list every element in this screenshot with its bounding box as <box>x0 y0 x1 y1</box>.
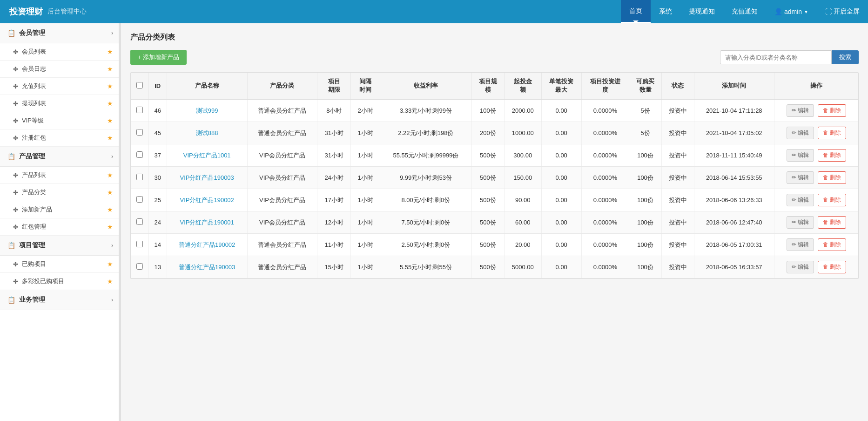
delete-button[interactable]: 🗑 删除 <box>818 238 846 251</box>
edit-button[interactable]: ✏ 编辑 <box>787 216 814 229</box>
sidebar-item-product-list[interactable]: ✤ 产品列表 ★ <box>0 167 121 184</box>
row-period: 12小时 <box>317 211 351 234</box>
table-header-row: ID 产品名称 产品分类 项目期限 间隔时间 收益利率 项目规模 起投金额 单笔… <box>131 73 858 99</box>
add-product-icon: ✤ <box>13 206 18 213</box>
withdraw-list-star-icon: ★ <box>107 100 113 107</box>
search-button[interactable]: 搜索 <box>832 50 859 64</box>
row-period: 8小时 <box>317 99 351 122</box>
search-input[interactable] <box>720 50 832 64</box>
col-scale: 项目规模 <box>471 73 504 99</box>
row-select-checkbox[interactable] <box>136 218 143 225</box>
row-select-checkbox[interactable] <box>136 129 143 136</box>
sidebar-resize-handle[interactable] <box>119 23 121 421</box>
edit-button[interactable]: ✏ 编辑 <box>787 104 814 117</box>
table-row: 14普通分红产品190002普通会员分红产品11小时1小时2.50元/小时;剩0… <box>131 234 858 256</box>
row-add-time: 2018-06-14 15:53:55 <box>694 167 774 189</box>
col-interval: 间隔时间 <box>351 73 380 99</box>
sidebar-section-business[interactable]: 📋 业务管理 › <box>0 290 121 310</box>
delete-button[interactable]: 🗑 删除 <box>818 149 846 162</box>
sidebar-item-purchased-projects[interactable]: ✤ 已购项目 ★ <box>0 256 121 273</box>
edit-button[interactable]: ✏ 编辑 <box>787 194 814 206</box>
row-min-invest: 90.00 <box>504 189 541 211</box>
row-max-invest: 0.00 <box>541 189 581 211</box>
row-min-invest: 150.00 <box>504 167 541 189</box>
member-log-star-icon: ★ <box>107 65 113 73</box>
row-max-invest: 0.00 <box>541 167 581 189</box>
delete-button[interactable]: 🗑 删除 <box>818 127 846 139</box>
row-min-invest: 2000.00 <box>504 99 541 122</box>
edit-button[interactable]: ✏ 编辑 <box>787 171 814 184</box>
row-id: 25 <box>148 189 167 211</box>
row-category: 普通会员分红产品 <box>247 122 317 144</box>
col-name: 产品名称 <box>167 73 247 99</box>
top-navigation: 投资理财 后台管理中心 首页 系统 提现通知 充值通知 👤 admin ▼ ⛶ … <box>0 0 868 23</box>
row-select-checkbox[interactable] <box>136 107 143 113</box>
sidebar-item-withdraw-list[interactable]: ✤ 提现列表 ★ <box>0 95 121 112</box>
delete-button[interactable]: 🗑 删除 <box>818 171 846 184</box>
delete-button[interactable]: 🗑 删除 <box>818 216 846 229</box>
row-name[interactable]: 普通分红产品190003 <box>167 256 247 278</box>
delete-button[interactable]: 🗑 删除 <box>818 194 846 206</box>
table-row: 46测试999普通会员分红产品8小时2小时3.33元/小时;剩99份100份20… <box>131 99 858 122</box>
row-buyable: 100份 <box>629 211 662 234</box>
row-id: 24 <box>148 211 167 234</box>
business-chevron-icon: › <box>111 297 113 303</box>
withdraw-list-icon: ✤ <box>13 100 18 107</box>
row-category: 普通会员分红产品 <box>247 234 317 256</box>
delete-button[interactable]: 🗑 删除 <box>818 104 846 117</box>
project-chevron-icon: › <box>111 242 113 249</box>
nav-home[interactable]: 首页 <box>621 0 651 23</box>
edit-button[interactable]: ✏ 编辑 <box>787 238 814 251</box>
row-actions: ✏ 编辑 🗑 删除 <box>774 189 858 211</box>
row-name[interactable]: VIP分红产品190003 <box>167 167 247 189</box>
row-select-checkbox[interactable] <box>136 174 143 180</box>
sidebar-item-duocai-projects[interactable]: ✤ 多彩投已购项目 ★ <box>0 273 121 290</box>
nav-admin[interactable]: 👤 admin ▼ <box>766 0 817 23</box>
sidebar-section-product[interactable]: 📋 产品管理 › <box>0 147 121 167</box>
sidebar-item-vip-level[interactable]: ✤ VIP等级 ★ <box>0 112 121 129</box>
sidebar-section-member[interactable]: 📋 会员管理 › <box>0 23 121 43</box>
top-nav-items: 首页 系统 提现通知 充值通知 👤 admin ▼ ⛶ 开启全屏 <box>621 0 868 23</box>
search-group: 搜索 <box>720 50 859 64</box>
sidebar-item-member-list[interactable]: ✤ 会员列表 ★ <box>0 43 121 61</box>
row-progress: 0.0000% <box>581 256 629 278</box>
row-add-time: 2018-06-05 16:33:57 <box>694 256 774 278</box>
sidebar-item-add-product[interactable]: ✤ 添加新产品 ★ <box>0 201 121 218</box>
nav-withdrawal-notify[interactable]: 提现通知 <box>680 0 723 23</box>
table-row: 30VIP分红产品190003VIP会员分红产品24小时1小时9.99元/小时;… <box>131 167 858 189</box>
row-select-checkbox[interactable] <box>136 151 143 158</box>
row-name[interactable]: 测试999 <box>167 99 247 122</box>
edit-button[interactable]: ✏ 编辑 <box>787 149 814 162</box>
row-select-checkbox[interactable] <box>136 196 143 203</box>
delete-button[interactable]: 🗑 删除 <box>818 261 846 273</box>
row-name[interactable]: 普通分红产品190002 <box>167 234 247 256</box>
row-category: VIP会员分红产品 <box>247 211 317 234</box>
sidebar-item-hongbao-mgmt[interactable]: ✤ 红包管理 ★ <box>0 218 121 236</box>
product-chevron-icon: › <box>111 153 113 160</box>
sidebar-section-project[interactable]: 📋 项目管理 › <box>0 236 121 256</box>
row-max-invest: 0.00 <box>541 99 581 122</box>
row-name[interactable]: 测试888 <box>167 122 247 144</box>
edit-button[interactable]: ✏ 编辑 <box>787 261 814 273</box>
sidebar-item-member-log[interactable]: ✤ 会员日志 ★ <box>0 61 121 78</box>
member-list-star-icon: ★ <box>107 48 113 55</box>
member-section-icon: 📋 <box>7 29 15 37</box>
select-all-checkbox[interactable] <box>136 82 143 88</box>
nav-recharge-notify[interactable]: 充值通知 <box>723 0 766 23</box>
nav-fullscreen[interactable]: ⛶ 开启全屏 <box>817 0 868 23</box>
row-name[interactable]: VIP分红产品1001 <box>167 144 247 167</box>
row-status: 投资中 <box>661 99 694 122</box>
row-checkbox <box>131 144 148 167</box>
row-name[interactable]: VIP分红产品190001 <box>167 211 247 234</box>
sidebar-item-recharge-list[interactable]: ✤ 充值列表 ★ <box>0 78 121 95</box>
row-name[interactable]: VIP分红产品190002 <box>167 189 247 211</box>
row-select-checkbox[interactable] <box>136 241 143 247</box>
row-rate: 7.50元/小时;剩0份 <box>380 211 471 234</box>
sidebar-item-register-hongbao[interactable]: ✤ 注册红包 ★ <box>0 129 121 147</box>
table-row: 45测试888普通会员分红产品31小时1小时2.22元/小时;剩198份200份… <box>131 122 858 144</box>
row-select-checkbox[interactable] <box>136 263 143 270</box>
add-product-button[interactable]: + 添加增新产品 <box>130 50 187 65</box>
sidebar-item-product-category[interactable]: ✤ 产品分类 ★ <box>0 184 121 201</box>
nav-system[interactable]: 系统 <box>651 0 680 23</box>
edit-button[interactable]: ✏ 编辑 <box>787 127 814 139</box>
